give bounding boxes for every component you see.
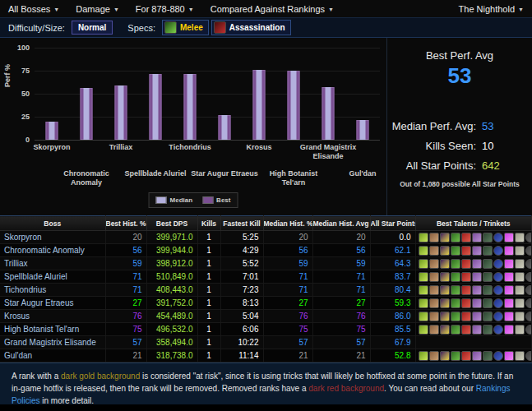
spec-button-melee[interactable]: Melee xyxy=(162,20,209,35)
talent-icon-1[interactable] xyxy=(419,246,428,256)
trinket-icon-1[interactable] xyxy=(493,285,503,295)
trinket-icon-3[interactable] xyxy=(515,351,525,361)
trinket-icon-4[interactable] xyxy=(525,259,532,269)
talent-icon-6[interactable] xyxy=(472,233,482,242)
trinket-icon-2[interactable] xyxy=(504,312,514,321)
talent-icon-2[interactable] xyxy=(429,312,439,321)
median-bar-8[interactable] xyxy=(326,87,331,140)
nav-compared-against[interactable]: Compared Against Rankings▼ xyxy=(210,4,334,14)
talent-icon-5[interactable] xyxy=(461,233,471,242)
trinket-icon-4[interactable] xyxy=(525,285,532,295)
boss-link[interactable]: Spellblade Aluriel xyxy=(0,270,105,284)
talent-icon-7[interactable] xyxy=(483,312,493,321)
talent-icon-6[interactable] xyxy=(472,325,482,335)
talent-icon-3[interactable] xyxy=(440,233,450,242)
difficulty-normal-button[interactable]: Normal xyxy=(72,21,113,35)
talent-icon-3[interactable] xyxy=(440,272,450,282)
nav-zone-selector[interactable]: The Nighthold▼ xyxy=(459,4,524,14)
legend-item-best[interactable]: Best xyxy=(202,196,230,204)
trinket-icon-2[interactable] xyxy=(504,298,514,308)
talent-icon-5[interactable] xyxy=(461,298,471,308)
median-bar-7[interactable] xyxy=(291,71,297,140)
talent-icon-4[interactable] xyxy=(451,351,460,361)
trinket-icon-2[interactable] xyxy=(504,259,514,269)
trinket-icon-1[interactable] xyxy=(493,325,503,335)
trinket-icon-1[interactable] xyxy=(493,272,503,282)
talent-icon-5[interactable] xyxy=(461,272,471,282)
talent-icon-6[interactable] xyxy=(472,312,482,321)
boss-link[interactable]: High Botanist Tel'arn xyxy=(0,323,105,336)
talent-icon-2[interactable] xyxy=(429,246,439,256)
talent-icon-2[interactable] xyxy=(429,272,439,282)
talent-icon-4[interactable] xyxy=(451,246,460,256)
trinket-icon-3[interactable] xyxy=(515,272,525,282)
trinket-icon-4[interactable] xyxy=(525,272,532,282)
talent-icon-5[interactable] xyxy=(461,285,471,295)
median-bar-9[interactable] xyxy=(360,120,366,140)
median-bar-4[interactable] xyxy=(187,74,193,140)
trinket-icon-1[interactable] xyxy=(493,298,503,308)
median-bar-1[interactable] xyxy=(84,88,90,140)
talent-icon-1[interactable] xyxy=(419,325,428,335)
boss-link[interactable]: Skorpyron xyxy=(0,231,105,244)
trinket-icon-2[interactable] xyxy=(504,325,514,335)
nav-item-level-range[interactable]: For 878-880▼ xyxy=(136,4,194,14)
boss-link[interactable]: Gul'dan xyxy=(0,349,105,363)
talent-icon-7[interactable] xyxy=(483,351,493,361)
talent-icon-6[interactable] xyxy=(472,272,482,282)
column-header[interactable]: Median Hist. % xyxy=(263,216,312,231)
trinket-icon-4[interactable] xyxy=(525,351,532,361)
median-bar-2[interactable] xyxy=(118,85,124,140)
trinket-icon-1[interactable] xyxy=(493,233,503,242)
legend-item-median[interactable]: Median xyxy=(156,196,193,204)
talent-icon-7[interactable] xyxy=(483,298,493,308)
talent-icon-7[interactable] xyxy=(483,285,493,295)
talent-icon-3[interactable] xyxy=(440,259,450,269)
talent-icon-7[interactable] xyxy=(483,259,493,269)
column-header[interactable]: Best Hist. % xyxy=(105,216,146,231)
talent-icon-2[interactable] xyxy=(429,325,439,335)
talent-icon-4[interactable] xyxy=(451,312,460,321)
trinket-icon-4[interactable] xyxy=(525,325,532,335)
talent-icon-1[interactable] xyxy=(419,233,428,242)
boss-link[interactable]: Tichondrius xyxy=(0,284,105,297)
boss-link[interactable]: Star Augur Etraeus xyxy=(0,297,105,310)
talent-icon-1[interactable] xyxy=(419,351,428,361)
trinket-icon-2[interactable] xyxy=(504,246,514,256)
talent-icon-3[interactable] xyxy=(440,325,450,335)
median-bar-3[interactable] xyxy=(153,74,159,140)
trinket-icon-3[interactable] xyxy=(515,285,525,295)
column-header[interactable]: All Star Points xyxy=(370,216,415,231)
trinket-icon-1[interactable] xyxy=(493,259,503,269)
talent-icon-7[interactable] xyxy=(483,246,493,256)
trinket-icon-2[interactable] xyxy=(504,285,514,295)
trinket-icon-4[interactable] xyxy=(525,233,532,242)
median-bar-5[interactable] xyxy=(222,115,228,140)
talent-icon-2[interactable] xyxy=(429,351,439,361)
talent-icon-5[interactable] xyxy=(461,325,471,335)
talent-icon-7[interactable] xyxy=(483,272,493,282)
boss-link[interactable]: Krosus xyxy=(0,310,105,323)
talent-icon-4[interactable] xyxy=(451,272,460,282)
column-header[interactable]: Median Hist. Avg % xyxy=(312,216,370,231)
talent-icon-1[interactable] xyxy=(419,272,428,282)
talent-icon-4[interactable] xyxy=(451,259,460,269)
column-header[interactable]: Best DPS xyxy=(146,216,197,231)
trinket-icon-4[interactable] xyxy=(525,246,532,256)
talent-icon-4[interactable] xyxy=(451,325,460,335)
trinket-icon-2[interactable] xyxy=(504,351,514,361)
talent-icon-6[interactable] xyxy=(472,246,482,256)
boss-link[interactable]: Chronomatic Anomaly xyxy=(0,244,105,257)
trinket-icon-1[interactable] xyxy=(493,246,503,256)
talent-icon-2[interactable] xyxy=(429,259,439,269)
median-bar-0[interactable] xyxy=(49,122,55,140)
talent-icon-2[interactable] xyxy=(429,285,439,295)
talent-icon-3[interactable] xyxy=(440,312,450,321)
column-header[interactable]: Kills xyxy=(197,216,220,231)
talent-icon-3[interactable] xyxy=(440,285,450,295)
trinket-icon-1[interactable] xyxy=(493,351,503,361)
trinket-icon-3[interactable] xyxy=(515,246,525,256)
trinket-icon-4[interactable] xyxy=(525,312,532,321)
talent-icon-3[interactable] xyxy=(440,351,450,361)
talent-icon-7[interactable] xyxy=(483,325,493,335)
